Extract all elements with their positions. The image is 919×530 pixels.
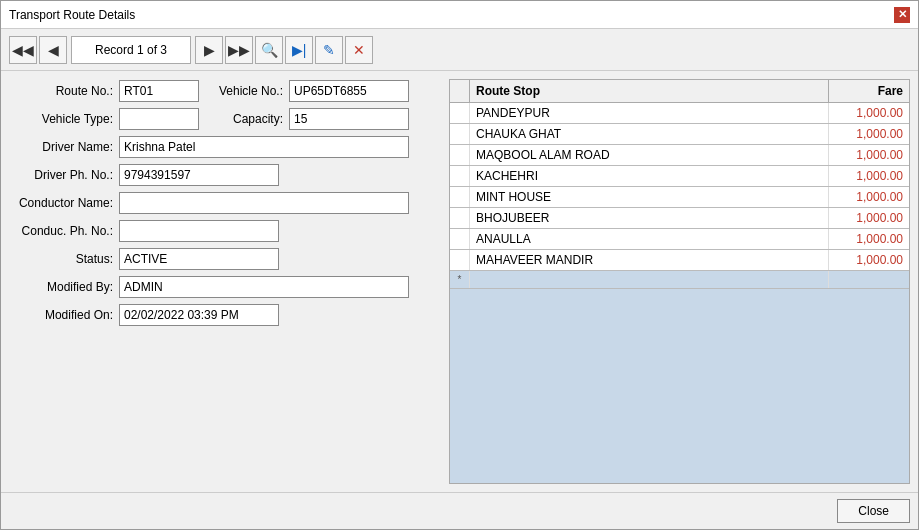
new-row[interactable]: * (450, 271, 909, 289)
footer: Close (1, 492, 918, 529)
fare-cell: 1,000.00 (829, 229, 909, 249)
driver-ph-input[interactable] (119, 164, 279, 186)
driver-name-input[interactable] (119, 136, 409, 158)
route-no-label: Route No.: (9, 84, 119, 98)
route-vehicle-row: Route No.: Vehicle No.: (9, 79, 439, 103)
vehicle-type-input[interactable] (119, 108, 199, 130)
route-stop-cell: MINT HOUSE (470, 187, 829, 207)
capacity-label: Capacity: (199, 112, 289, 126)
route-stop-grid: Route Stop Fare PANDEYPUR 1,000.00 CHAUK… (449, 79, 910, 484)
table-row[interactable]: ANAULLA 1,000.00 (450, 229, 909, 250)
fare-cell: 1,000.00 (829, 145, 909, 165)
modified-on-label: Modified On: (9, 308, 119, 322)
new-row-indicator: * (450, 271, 470, 288)
fare-col-header: Fare (829, 80, 909, 102)
new-fare-cell (829, 271, 909, 288)
row-indicator-cell (450, 124, 470, 144)
vehicle-type-capacity-row: Vehicle Type: Capacity: (9, 107, 439, 131)
route-stop-cell: KACHEHRI (470, 166, 829, 186)
modified-on-input[interactable] (119, 304, 279, 326)
conductor-name-input[interactable] (119, 192, 409, 214)
modified-by-input[interactable] (119, 276, 409, 298)
main-window: Transport Route Details ✕ ◀◀ ◀ Record 1 … (0, 0, 919, 530)
window-title: Transport Route Details (9, 8, 135, 22)
table-row[interactable]: KACHEHRI 1,000.00 (450, 166, 909, 187)
vehicle-type-label: Vehicle Type: (9, 112, 119, 126)
route-stop-cell: CHAUKA GHAT (470, 124, 829, 144)
table-row[interactable]: BHOJUBEER 1,000.00 (450, 208, 909, 229)
content-area: Route No.: Vehicle No.: Vehicle Type: Ca… (1, 71, 918, 492)
next-button[interactable]: ▶ (195, 36, 223, 64)
table-row[interactable]: MAHAVEER MANDIR 1,000.00 (450, 250, 909, 271)
conductor-ph-row: Conduc. Ph. No.: (9, 219, 439, 243)
row-indicator-cell (450, 250, 470, 270)
table-row[interactable]: MAQBOOL ALAM ROAD 1,000.00 (450, 145, 909, 166)
fare-cell: 1,000.00 (829, 187, 909, 207)
row-indicator-cell (450, 208, 470, 228)
conductor-name-row: Conductor Name: (9, 191, 439, 215)
indicator-col-header (450, 80, 470, 102)
conductor-ph-label: Conduc. Ph. No.: (9, 224, 119, 238)
last-button[interactable]: ▶▶ (225, 36, 253, 64)
fare-cell: 1,000.00 (829, 103, 909, 123)
row-indicator-cell (450, 166, 470, 186)
fare-cell: 1,000.00 (829, 208, 909, 228)
conductor-ph-input[interactable] (119, 220, 279, 242)
route-no-input[interactable] (119, 80, 199, 102)
modified-on-row: Modified On: (9, 303, 439, 327)
vehicle-no-label: Vehicle No.: (199, 84, 289, 98)
vehicle-no-input[interactable] (289, 80, 409, 102)
table-row[interactable]: PANDEYPUR 1,000.00 (450, 103, 909, 124)
route-stop-col-header: Route Stop (470, 80, 829, 102)
route-stop-cell: BHOJUBEER (470, 208, 829, 228)
first-button[interactable]: ◀◀ (9, 36, 37, 64)
driver-name-label: Driver Name: (9, 140, 119, 154)
route-stop-cell: PANDEYPUR (470, 103, 829, 123)
route-stop-cell: MAHAVEER MANDIR (470, 250, 829, 270)
conductor-name-label: Conductor Name: (9, 196, 119, 210)
left-panel: Route No.: Vehicle No.: Vehicle Type: Ca… (9, 79, 439, 484)
title-bar: Transport Route Details ✕ (1, 1, 918, 29)
row-indicator-cell (450, 187, 470, 207)
row-indicator-cell (450, 229, 470, 249)
table-row[interactable]: CHAUKA GHAT 1,000.00 (450, 124, 909, 145)
toolbar: ◀◀ ◀ Record 1 of 3 ▶ ▶▶ 🔍 ▶| ✎ ✕ (1, 29, 918, 71)
fare-cell: 1,000.00 (829, 250, 909, 270)
capacity-input[interactable] (289, 108, 409, 130)
close-button[interactable]: Close (837, 499, 910, 523)
grid-body: PANDEYPUR 1,000.00 CHAUKA GHAT 1,000.00 … (450, 103, 909, 483)
record-display: Record 1 of 3 (71, 36, 191, 64)
modified-by-row: Modified By: (9, 275, 439, 299)
navigate-button[interactable]: ▶| (285, 36, 313, 64)
route-stop-cell: ANAULLA (470, 229, 829, 249)
edit-button[interactable]: ✎ (315, 36, 343, 64)
status-label: Status: (9, 252, 119, 266)
row-indicator-cell (450, 103, 470, 123)
route-stop-cell: MAQBOOL ALAM ROAD (470, 145, 829, 165)
status-input[interactable] (119, 248, 279, 270)
driver-ph-row: Driver Ph. No.: (9, 163, 439, 187)
delete-button[interactable]: ✕ (345, 36, 373, 64)
grid-header: Route Stop Fare (450, 80, 909, 103)
search-button[interactable]: 🔍 (255, 36, 283, 64)
fare-cell: 1,000.00 (829, 166, 909, 186)
window-close-button[interactable]: ✕ (894, 7, 910, 23)
table-row[interactable]: MINT HOUSE 1,000.00 (450, 187, 909, 208)
driver-name-row: Driver Name: (9, 135, 439, 159)
new-route-stop-cell (470, 271, 829, 288)
fare-cell: 1,000.00 (829, 124, 909, 144)
driver-ph-label: Driver Ph. No.: (9, 168, 119, 182)
status-row: Status: (9, 247, 439, 271)
prev-button[interactable]: ◀ (39, 36, 67, 64)
modified-by-label: Modified By: (9, 280, 119, 294)
row-indicator-cell (450, 145, 470, 165)
